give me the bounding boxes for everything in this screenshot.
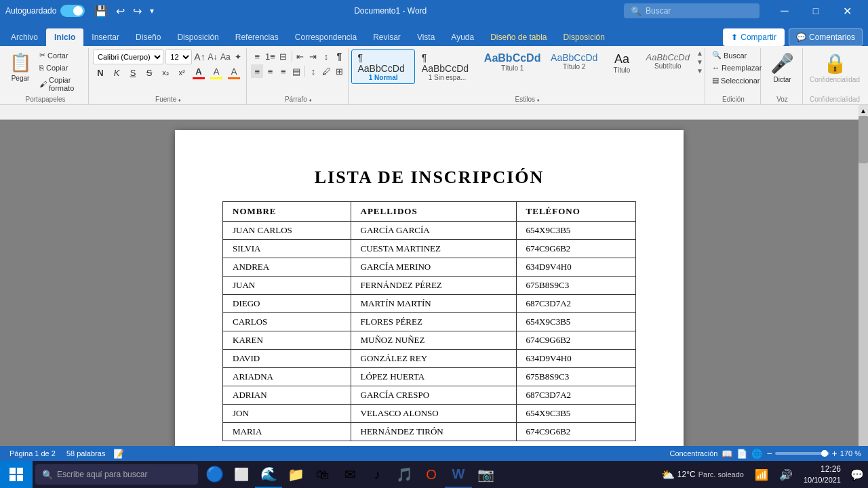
network-icon[interactable]: 📶	[749, 461, 774, 488]
font-grow-button[interactable]: A↑	[194, 50, 205, 64]
taskbar-app-cortana[interactable]: 🔵	[201, 461, 228, 488]
italic-button[interactable]: K	[109, 66, 124, 79]
zoom-slider-thumb[interactable]	[821, 450, 828, 457]
titlebar-search[interactable]: 🔍 Buscar	[624, 3, 760, 18]
taskbar-app-edge[interactable]: 🌊	[255, 461, 282, 488]
taskbar-app-music[interactable]: ♪	[363, 461, 391, 488]
taskbar-app-store[interactable]: 🛍	[309, 461, 336, 488]
highlight-button[interactable]: A	[208, 66, 224, 79]
view-read-icon[interactable]: 📖	[722, 449, 732, 459]
taskbar-app-word[interactable]: W	[445, 461, 472, 488]
save-button[interactable]: 💾	[92, 3, 111, 19]
copy-format-button[interactable]: 🖌 Copiar formato	[37, 75, 85, 94]
tab-archivo[interactable]: Archivo	[3, 28, 46, 46]
system-tray[interactable]: ⛅ 12°C Parc. soleado	[656, 461, 749, 488]
zoom-out-button[interactable]: −	[766, 448, 772, 459]
undo-button[interactable]: ↩	[113, 3, 127, 19]
dictar-button[interactable]: 🎤 Dictar	[766, 49, 798, 86]
taskbar-app-spotify[interactable]: 🎵	[391, 461, 418, 488]
change-case-button[interactable]: Aa	[220, 50, 231, 64]
word-count[interactable]: 58 palabras	[64, 449, 108, 458]
font-name-select[interactable]: Calibri (Cuerpo)	[93, 49, 163, 64]
comments-button[interactable]: 💬 Comentarios	[789, 28, 863, 46]
tab-insertar[interactable]: Insertar	[83, 28, 127, 46]
border-button[interactable]: ⊞	[333, 64, 345, 78]
superscript-button[interactable]: x²	[174, 66, 189, 79]
styles-more-icon[interactable]: ▼	[696, 67, 703, 75]
styles-scroll[interactable]: ▲ ▼ ▼	[696, 49, 703, 75]
vertical-scrollbar[interactable]	[859, 116, 868, 464]
shading-button[interactable]: 🖊	[320, 64, 332, 78]
zoom-slider-track[interactable]	[775, 452, 829, 455]
parrafo-expand-icon[interactable]: ⬧	[309, 96, 312, 103]
scroll-thumb[interactable]	[859, 116, 868, 163]
page-info[interactable]: Página 1 de 2	[7, 449, 58, 458]
tab-ayuda[interactable]: Ayuda	[443, 28, 482, 46]
search-button[interactable]: 🔍 Buscar	[709, 49, 757, 61]
strikethrough-button[interactable]: S	[142, 66, 157, 79]
align-left-button[interactable]: ≡	[251, 64, 263, 78]
minimize-button[interactable]: ─	[769, 0, 800, 22]
font-shrink-button[interactable]: A↓	[208, 50, 218, 64]
copy-button[interactable]: ⎘ Copiar	[37, 62, 85, 73]
estilos-expand-icon[interactable]: ⬧	[536, 96, 540, 103]
taskbar-app-mail[interactable]: ✉	[336, 461, 363, 488]
zoom-level[interactable]: 170 %	[840, 449, 861, 458]
view-web-icon[interactable]: 🌐	[751, 449, 762, 459]
line-spacing-button[interactable]: ↕	[307, 64, 319, 78]
style-titulo[interactable]: Aa Título	[603, 49, 640, 77]
replace-button[interactable]: ↔ Reemplazar	[709, 62, 757, 73]
tab-revisar[interactable]: Revisar	[365, 28, 409, 46]
tab-diseno[interactable]: Diseño	[127, 28, 169, 46]
restore-button[interactable]: □	[800, 0, 831, 22]
styles-up-icon[interactable]: ▲	[696, 49, 703, 57]
text-color-button[interactable]: A	[191, 66, 207, 79]
bullets-button[interactable]: ≡	[251, 49, 263, 63]
zoom-in-button[interactable]: +	[832, 448, 837, 459]
concentration-label[interactable]: Concentración	[669, 449, 717, 458]
clear-format-button[interactable]: ✦	[233, 50, 243, 64]
cut-button[interactable]: ✂ Cortar	[37, 49, 85, 61]
share-button[interactable]: ⬆ Compartir	[723, 28, 785, 46]
taskbar-app-taskview[interactable]: ⬜	[228, 461, 255, 488]
proofing-icon[interactable]: 📝	[113, 449, 124, 459]
font-color-bg-button[interactable]: A	[226, 66, 242, 79]
fuente-expand-icon[interactable]: ⬧	[178, 96, 181, 103]
sort-button[interactable]: ↕	[320, 49, 332, 63]
view-print-icon[interactable]: 📄	[736, 449, 747, 459]
tab-disposicion2[interactable]: Disposición	[555, 28, 613, 46]
subscript-button[interactable]: x₂	[158, 66, 173, 79]
taskbar-app-explorer[interactable]: 📁	[282, 461, 309, 488]
multilevel-button[interactable]: ⊟	[277, 49, 290, 63]
notification-button[interactable]: 💬	[846, 461, 868, 488]
redo-button[interactable]: ↪	[130, 3, 144, 19]
document-page[interactable]: LISTA DE INSCRIPCIÓN NOMBRE APELLIDOS TE…	[175, 130, 684, 475]
taskbar-app-camera[interactable]: 📷	[472, 461, 499, 488]
select-button[interactable]: ▤ Seleccionar	[709, 75, 757, 86]
font-size-select[interactable]: 12	[165, 49, 192, 64]
taskbar-app-office[interactable]: O	[418, 461, 445, 488]
underline-button[interactable]: S	[125, 66, 140, 79]
style-title2[interactable]: AaBbCcDd Título 2	[546, 49, 602, 73]
style-no-space[interactable]: ¶ AaBbCcDd 1 Sin espa...	[416, 49, 479, 84]
decrease-indent-button[interactable]: ⇤	[294, 49, 307, 63]
paste-button[interactable]: 📋 Pegar	[5, 49, 35, 94]
autosave-switch[interactable]	[60, 5, 85, 17]
tab-correspondencia[interactable]: Correspondencia	[287, 28, 365, 46]
style-normal[interactable]: ¶ AaBbCcDd 1 Normal	[351, 49, 414, 84]
sound-icon[interactable]: 🔊	[774, 461, 798, 488]
bold-button[interactable]: N	[93, 66, 108, 79]
style-title1[interactable]: AaBbCcDd Título 1	[479, 49, 545, 75]
customize-button[interactable]: ▾	[147, 5, 157, 17]
numbering-button[interactable]: 1≡	[264, 49, 276, 63]
tab-inicio[interactable]: Inicio	[46, 28, 83, 46]
close-button[interactable]: ✕	[831, 0, 863, 22]
show-formatting-button[interactable]: ¶	[333, 49, 345, 63]
increase-indent-button[interactable]: ⇥	[307, 49, 319, 63]
taskbar-clock[interactable]: 12:26 10/10/2021	[798, 461, 846, 488]
style-subtitulo[interactable]: AaBbCcDd Subtítulo	[641, 49, 694, 73]
align-center-button[interactable]: ≡	[264, 64, 276, 78]
styles-down-icon[interactable]: ▼	[696, 58, 703, 66]
autosave-toggle[interactable]: Autoguardado	[5, 5, 85, 17]
confidencialidad-button[interactable]: 🔒 Confidencialidad	[806, 49, 864, 86]
